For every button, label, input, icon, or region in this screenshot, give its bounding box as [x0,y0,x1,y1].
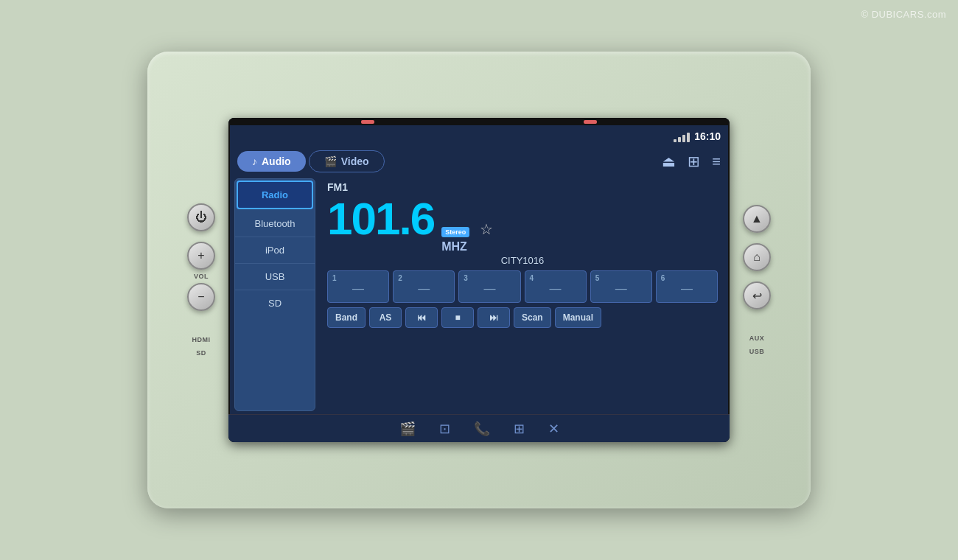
tab-bar: ♪ Audio 🎬 Video ⏏ ⊞ ≡ [228,147,730,175]
stereo-badge: Stereo [441,227,469,237]
preset-row: 1 — 2 — 3 — 4 — [327,270,718,303]
volume-down-button[interactable]: − [187,283,215,311]
favorite-star-icon[interactable]: ☆ [480,220,493,238]
left-controls: ⏻ + VOL − HDMI SD [187,203,215,357]
source-usb[interactable]: USB [235,264,315,290]
equalizer-icon[interactable]: ⊞ [688,153,700,170]
preset-4-value: — [550,282,562,295]
source-sd[interactable]: SD [235,290,315,316]
preset-3-value: — [483,282,495,295]
clock: 16:10 [694,130,721,142]
bottom-nav: 🎬 ⊡ 📞 ⊞ ✕ [228,414,730,442]
preset-1[interactable]: 1 — [327,270,389,303]
radio-display: FM1 101.6 Stereo MHZ ☆ CITY1016 1 — [321,178,724,411]
source-radio[interactable]: Radio [237,181,313,209]
content-area: Radio Bluetooth iPod USB SD FM1 101.6 St… [228,175,730,414]
preset-6[interactable]: 6 — [656,270,718,303]
preset-1-value: — [352,282,364,295]
usb-label: USB [749,348,765,355]
preset-5-num: 5 [595,274,600,282]
preset-2-value: — [418,282,430,295]
aux-label: AUX [749,335,765,342]
right-controls: ▲ ⌂ ↩ AUX USB [743,205,771,355]
eject-icon[interactable]: ⏏ [662,153,676,170]
volume-group: + VOL − [187,242,215,311]
back-button[interactable]: ↩ [743,281,771,309]
video-tab[interactable]: 🎬 Video [309,150,385,172]
signal-bar-4 [687,133,690,142]
status-bar: 16:10 [228,125,730,147]
hdmi-label: HDMI [192,336,211,343]
vol-label: VOL [194,273,209,280]
source-list: Radio Bluetooth iPod USB SD [234,178,315,411]
sd-label: SD [196,349,206,357]
frequency-display: 101.6 [327,196,434,242]
nav-camera-icon[interactable]: ⊡ [439,421,450,437]
preset-3-num: 3 [464,274,468,282]
preset-1-num: 1 [332,274,337,282]
source-ipod[interactable]: iPod [235,237,315,264]
video-tab-label: Video [341,155,369,167]
power-button[interactable]: ⏻ [187,203,215,231]
prev-button[interactable]: ⏮ [405,307,438,328]
manual-button[interactable]: Manual [555,307,601,328]
camera-indicators [228,118,730,125]
video-tab-icon: 🎬 [324,155,337,167]
preset-4[interactable]: 4 — [525,270,587,303]
home-button[interactable]: ⌂ [743,243,771,271]
camera-dot-left [361,120,374,124]
preset-3[interactable]: 3 — [458,270,520,303]
signal-bar-1 [674,139,676,142]
audio-tab-label: Audio [262,155,291,167]
preset-5[interactable]: 5 — [590,270,652,303]
menu-icon[interactable]: ≡ [712,153,721,170]
preset-5-value: — [615,282,627,295]
nav-phone-icon[interactable]: 📞 [474,421,490,437]
camera-dot-right [584,120,597,124]
toolbar-icons: ⏏ ⊞ ≡ [662,153,721,170]
display-screen: 16:10 ♪ Audio 🎬 Video ⏏ ⊞ ≡ Radio [228,118,730,442]
frequency-unit-group: Stereo MHZ [441,227,469,253]
preset-2-num: 2 [398,274,402,282]
scan-button[interactable]: Scan [514,307,551,328]
band-button[interactable]: Band [327,307,366,328]
watermark: © DUBICARS.com [861,9,946,20]
source-bluetooth[interactable]: Bluetooth [235,211,315,237]
navigation-button[interactable]: ▲ [743,205,771,233]
nav-media-icon[interactable]: 🎬 [399,421,416,437]
signal-bar-3 [682,135,685,142]
preset-2[interactable]: 2 — [393,270,455,303]
stop-button[interactable]: ■ [441,307,474,328]
mhz-label: MHZ [441,240,469,253]
audio-tab-icon: ♪ [252,155,257,167]
signal-bar-2 [678,137,681,142]
preset-6-value: — [681,282,693,295]
band-display: FM1 [327,181,718,193]
volume-up-button[interactable]: + [187,242,215,270]
preset-4-num: 4 [530,274,534,282]
signal-strength [674,130,690,142]
preset-6-num: 6 [661,274,665,282]
frequency-row: 101.6 Stereo MHZ ☆ [327,196,718,253]
nav-settings-icon[interactable]: ✕ [548,421,559,437]
nav-grid-icon[interactable]: ⊞ [514,421,525,437]
as-button[interactable]: AS [369,307,402,328]
audio-tab[interactable]: ♪ Audio [237,151,306,172]
control-row: Band AS ⏮ ■ ⏭ Scan Manual [327,307,718,328]
head-unit: ⏻ + VOL − HDMI SD 16:10 [147,52,811,508]
next-button[interactable]: ⏭ [478,307,510,328]
station-name: CITY1016 [327,255,718,266]
